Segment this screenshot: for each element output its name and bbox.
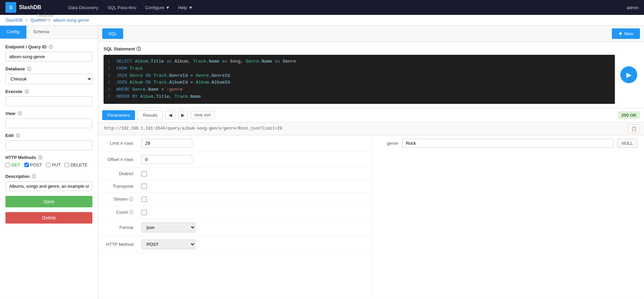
format-label: Format xyxy=(104,225,137,230)
tab-config[interactable]: Config xyxy=(0,26,26,39)
limit-input[interactable] xyxy=(141,139,192,148)
params-right-col: genre NULL xyxy=(371,135,644,299)
limit-row: Limit # rows xyxy=(98,135,371,152)
description-input[interactable] xyxy=(5,181,92,191)
line-num: 4 xyxy=(108,79,112,86)
app-name: SlashDB xyxy=(19,4,41,10)
sql-line-1: 1 SELECT Album.Title as Album, Track.Nam… xyxy=(108,58,611,65)
copy-url-button[interactable]: 📋 xyxy=(628,124,640,133)
sql-line-6: 6 ORDER BY Album.Title, Track.Name xyxy=(108,93,611,100)
method-get-checkbox[interactable] xyxy=(5,163,10,167)
sql-line-2: 2 FROM Track xyxy=(108,65,611,72)
run-query-button[interactable]: ▶ xyxy=(620,66,637,83)
http-method-row: HTTP Method GET POST PUT DELETE xyxy=(98,236,371,253)
info-icon: ⓘ xyxy=(136,46,141,51)
database-select[interactable]: Chinook xyxy=(5,74,92,84)
sql-code: JOIN Album ON Track.AlbumId = Album.Albu… xyxy=(116,79,230,86)
format-select[interactable]: json xml csv xyxy=(141,223,196,232)
endpoint-id-input[interactable] xyxy=(5,52,92,62)
method-put-checkbox[interactable] xyxy=(46,163,50,167)
breadcrumb-current[interactable]: album-song-genre xyxy=(53,18,89,23)
tab-sql[interactable]: SQL xyxy=(102,28,123,39)
nav-sql-passthru[interactable]: SQL Pass-thru xyxy=(107,4,137,12)
transpose-row: Transpose xyxy=(98,180,371,193)
params-bar: Parameters Results ◀ ▶ clear sort 200 OK xyxy=(98,108,644,122)
http-method-label: HTTP Method xyxy=(104,242,137,247)
license-label: Production License xyxy=(37,14,53,21)
method-post-checkbox[interactable] xyxy=(24,163,29,167)
sql-editor[interactable]: 1 SELECT Album.Title as Album, Track.Nam… xyxy=(104,55,615,104)
params-grid: Limit # rows Offset # rows Distinct Tran… xyxy=(98,135,644,299)
nav-help-label: Help xyxy=(178,5,187,10)
main-layout: Config Schema Endpoint / Query ID ⓘ Data… xyxy=(0,26,644,299)
null-button[interactable]: NULL xyxy=(617,139,637,148)
line-num: 3 xyxy=(108,72,112,79)
save-button[interactable]: Save xyxy=(5,196,92,207)
http-method-select[interactable]: GET POST PUT DELETE xyxy=(141,239,196,249)
plus-icon: ✚ xyxy=(619,31,622,36)
right-panel: SQL ✚ New SQL Statement ⓘ 1 SELECT Album… xyxy=(98,26,644,299)
sql-code: ORDER BY Album.Title, Track.Name xyxy=(116,93,201,100)
nav-help[interactable]: Help ▼ xyxy=(178,5,193,10)
prev-arrow[interactable]: ◀ xyxy=(165,111,175,119)
nav-data-discovery[interactable]: Data Discovery xyxy=(68,4,99,12)
top-navigation: S SlashDB Production License Data Discov… xyxy=(0,0,644,15)
delete-button[interactable]: Delete xyxy=(5,212,92,224)
query-url: http://192.168.1.101:6543/query/album-so… xyxy=(102,125,625,132)
genre-input[interactable] xyxy=(402,139,613,148)
genre-row: genre NULL xyxy=(371,135,644,151)
info-icon: ⓘ xyxy=(25,89,29,94)
info-icon: ⓘ xyxy=(49,45,53,49)
offset-input[interactable] xyxy=(141,155,192,164)
execute-input[interactable] xyxy=(5,96,92,106)
method-delete-label[interactable]: DELETE xyxy=(65,162,88,167)
logo-icon: S xyxy=(5,2,16,13)
breadcrumb: SlashDB > Queries > album-song-genre xyxy=(0,15,644,26)
method-put-label[interactable]: PUT xyxy=(46,162,61,167)
status-badge: 200 OK xyxy=(618,111,640,119)
edit-group: Edit ⓘ xyxy=(5,133,92,150)
admin-label: admin xyxy=(627,5,639,10)
stream-checkbox[interactable] xyxy=(141,197,147,202)
left-form: Endpoint / Query ID ⓘ Database ⓘ Chinook… xyxy=(0,39,98,229)
copy-icon: 📋 xyxy=(631,126,637,131)
tab-parameters[interactable]: Parameters xyxy=(102,110,135,120)
params-left-col: Limit # rows Offset # rows Distinct Tran… xyxy=(98,135,371,299)
sql-line-5: 5 WHERE Genre.Name = :genre xyxy=(108,86,611,93)
clear-sort-button[interactable]: clear sort xyxy=(191,111,215,119)
next-arrow[interactable]: ▶ xyxy=(178,111,188,119)
edit-label: Edit ⓘ xyxy=(5,133,92,139)
count-checkbox[interactable] xyxy=(141,210,147,215)
logo-area: S SlashDB Production License xyxy=(5,2,60,13)
edit-input[interactable] xyxy=(5,140,92,150)
execute-group: Execute ⓘ xyxy=(5,89,92,106)
method-post-label[interactable]: POST xyxy=(24,162,42,167)
stream-row: Stream ⓘ xyxy=(98,193,371,206)
info-icon: ⓘ xyxy=(18,111,22,116)
tab-results[interactable]: Results xyxy=(138,110,162,120)
distinct-checkbox[interactable] xyxy=(141,171,147,177)
transpose-checkbox[interactable] xyxy=(141,184,147,189)
view-label: View ⓘ xyxy=(5,111,92,117)
sql-tab-bar: SQL ✚ New xyxy=(98,26,644,42)
endpoint-id-label: Endpoint / Query ID ⓘ xyxy=(5,44,92,50)
sql-code: JOIN Genre ON Track.GenreId = Genre.Genr… xyxy=(116,72,230,79)
tab-schema[interactable]: Schema xyxy=(26,26,56,39)
http-methods-label: HTTP Methods ⓘ xyxy=(5,155,92,161)
breadcrumb-slashdb[interactable]: SlashDB xyxy=(5,18,23,23)
description-label: Description ⓘ xyxy=(5,174,92,180)
nav-configure[interactable]: Configure ▼ xyxy=(145,5,170,10)
new-button-label: New xyxy=(624,31,633,36)
endpoint-id-group: Endpoint / Query ID ⓘ xyxy=(5,44,92,62)
view-input[interactable] xyxy=(5,118,92,128)
http-methods-group: HTTP Methods ⓘ GET POST PUT xyxy=(5,155,92,169)
method-delete-text: DELETE xyxy=(70,162,88,167)
new-query-button[interactable]: ✚ New xyxy=(612,28,640,39)
stream-label: Stream ⓘ xyxy=(104,196,137,202)
method-get-label[interactable]: GET xyxy=(5,162,20,167)
line-num: 2 xyxy=(108,65,112,72)
line-num: 6 xyxy=(108,93,112,100)
count-label: Count ⓘ xyxy=(104,209,137,215)
method-delete-checkbox[interactable] xyxy=(65,163,69,167)
limit-label: Limit # rows xyxy=(104,141,137,146)
